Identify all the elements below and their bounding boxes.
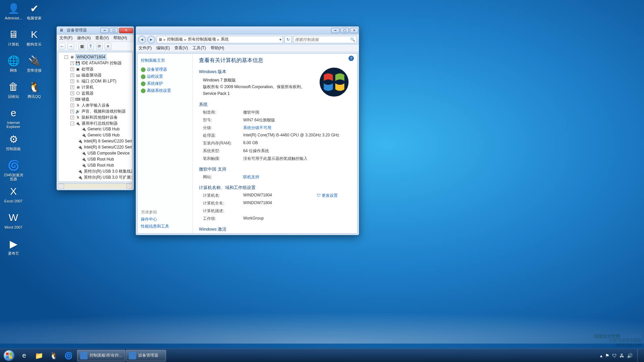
sidebar-link[interactable]: 系统保护 [141, 81, 189, 86]
tree-node-label[interactable]: IDE ATA/ATAPI 控制器 [82, 60, 122, 66]
expand-toggle[interactable]: + [70, 92, 74, 95]
desktop-icon-2345[interactable]: 🌀2345加速浏览器 [3, 158, 23, 184]
breadcrumb-item[interactable]: 控制面板 [167, 37, 183, 42]
help-button[interactable]: ? [87, 43, 94, 50]
tree-node-label[interactable]: 监视器 [82, 90, 94, 96]
scan-button[interactable]: ⟳ [96, 43, 103, 50]
menu-item[interactable]: 文件(F) [59, 35, 72, 41]
show-hidden-button[interactable]: ▦ [78, 43, 85, 50]
tree-node-label[interactable]: 键盘 [82, 97, 90, 102]
menu-item[interactable]: 编辑(E) [156, 45, 170, 51]
see-also-link[interactable]: 操作中心 [141, 217, 189, 222]
tree-node-label[interactable]: 人体学输入设备 [82, 103, 110, 108]
desktop-icon-word[interactable]: WWord 2007 [3, 210, 23, 236]
tree-node-label[interactable]: 鼠标和其他指针设备 [82, 115, 118, 120]
desktop-icon-excel[interactable]: XExcel 2007 [3, 184, 23, 210]
nav-back-button[interactable]: ◄ [138, 36, 146, 44]
property-value[interactable]: 系统分级不可用 [243, 125, 351, 131]
nav-forward-button[interactable]: ► [147, 36, 155, 44]
control-panel-home-link[interactable]: 控制面板主页 [141, 58, 189, 63]
desktop-icon-iqiyi[interactable]: ▶爱奇艺 [3, 237, 23, 262]
tree-leaf-label[interactable]: Generic USB Hub [88, 126, 119, 132]
taskbar-task[interactable]: 控制面板\所有控... [77, 350, 125, 361]
menu-item[interactable]: 操作(A) [77, 35, 91, 41]
expand-toggle[interactable]: + [70, 79, 74, 83]
expand-toggle[interactable]: + [70, 67, 74, 71]
back-button[interactable]: ← [59, 43, 65, 50]
taskbar-task[interactable]: 设备管理器 [126, 350, 166, 361]
tree-leaf-label[interactable]: USB Composite Device [88, 150, 129, 156]
show-desktop-button[interactable] [637, 349, 642, 362]
dm-titlebar[interactable]: 🖥 设备管理器 ━ ▢ ✕ [57, 26, 134, 35]
breadcrumb-item[interactable]: 系统 [221, 37, 229, 42]
tray-shield-icon[interactable]: 🛡 [612, 353, 617, 358]
desktop-icon-recycle[interactable]: 🗑回收站 [3, 80, 23, 105]
close-button[interactable]: ✕ [119, 28, 133, 33]
expand-toggle[interactable]: + [70, 182, 74, 182]
close-button[interactable]: ✕ [350, 28, 358, 33]
minimize-button[interactable]: ━ [100, 28, 109, 33]
expand-toggle[interactable]: + [70, 116, 74, 119]
search-box[interactable]: 🔍 [293, 36, 357, 43]
tree-leaf-label[interactable]: USB Root Hub [88, 163, 114, 168]
expand-toggle[interactable]: + [70, 61, 74, 65]
menu-item[interactable]: 查看(V) [95, 35, 109, 41]
menu-item[interactable]: 帮助(H) [211, 45, 224, 51]
tree-leaf-label[interactable]: Generic USB Hub [88, 132, 119, 138]
help-icon[interactable]: ? [348, 56, 354, 61]
see-also-link[interactable]: 性能信息和工具 [141, 224, 189, 229]
pinned-app[interactable]: 🐧 [46, 350, 61, 361]
pinned-app[interactable]: 📁 [32, 350, 46, 361]
breadcrumb-item[interactable]: 所有控制面板项 [188, 37, 216, 42]
tree-leaf-label[interactable]: Intel(R) 8 Series/C220 Series USB EH [84, 138, 132, 144]
expand-toggle[interactable]: + [70, 104, 74, 107]
menu-item[interactable]: 工具(T) [193, 45, 206, 51]
expand-toggle[interactable]: + [70, 98, 74, 101]
tree-leaf-label[interactable]: Intel(R) 8 Series/C220 Series USB EH [84, 144, 132, 150]
desktop-icon-pcmgr[interactable]: ✔电脑管家 [24, 1, 44, 27]
tree-node-label[interactable]: 磁盘驱动器 [82, 72, 102, 78]
menu-item[interactable]: 帮助(H) [113, 35, 127, 41]
tray-network-icon[interactable]: 🖧 [620, 353, 624, 358]
expand-toggle[interactable]: + [70, 85, 74, 89]
address-bar[interactable]: 🖥 ▸ 控制面板 ▸ 所有控制面板项 ▸ 系统 ▾ [157, 36, 283, 43]
properties-button[interactable]: ≡ [105, 43, 111, 50]
horizontal-scrollbar[interactable] [58, 183, 132, 189]
maximize-button[interactable]: ▢ [340, 28, 349, 33]
expand-toggle[interactable]: + [70, 110, 74, 113]
refresh-button[interactable]: ↻ [284, 36, 292, 43]
desktop-icon-network[interactable]: 🌐网络 [3, 54, 23, 79]
sys-titlebar[interactable]: ━ ▢ ✕ [136, 26, 359, 35]
tree-leaf-label[interactable]: 英特尔(R) USB 3.0 可扩展主机控制器 [84, 175, 132, 180]
expand-toggle[interactable]: - [64, 55, 68, 59]
desktop-icon-ie[interactable]: eInternet Explorer [3, 106, 23, 131]
expand-toggle[interactable]: + [70, 73, 74, 77]
dm-tree-container[interactable]: -🖥WINDOW71804+💾IDE ATA/ATAPI 控制器+▣处理器+🖴磁… [58, 52, 132, 182]
sidebar-link[interactable]: 高级系统设置 [141, 88, 189, 94]
search-input[interactable] [295, 37, 350, 42]
expand-toggle[interactable]: - [70, 122, 74, 125]
pinned-app[interactable]: e [17, 350, 32, 361]
pinned-app[interactable]: 🌀 [61, 350, 76, 361]
menu-item[interactable]: 文件(F) [139, 45, 152, 51]
forward-button[interactable]: → [67, 43, 74, 50]
change-settings-link[interactable]: 🛡 更改设置 [317, 193, 338, 198]
sidebar-link[interactable]: 远程设置 [141, 74, 189, 79]
address-dropdown-icon[interactable]: ▾ [279, 37, 281, 42]
desktop-icon-kugou[interactable]: K酷狗音乐 [24, 27, 44, 53]
tree-node-label[interactable]: 声音、视频和游戏控制器 [82, 109, 126, 114]
menu-item[interactable]: 查看(V) [174, 45, 188, 51]
desktop-icon-computer[interactable]: 🖥计算机 [3, 27, 23, 53]
desktop-icon-broadband[interactable]: 🔌宽带连接 [24, 54, 44, 79]
tree-node-label[interactable]: 端口 (COM 和 LPT) [82, 78, 116, 84]
tree-root-label[interactable]: WINDOW71804 [75, 54, 106, 60]
tray-expand-icon[interactable]: ▴ [600, 353, 602, 358]
tree-node-label[interactable]: 计算机 [82, 84, 94, 90]
sidebar-link[interactable]: 设备管理器 [141, 67, 189, 72]
tree-leaf-label[interactable]: 英特尔(R) USB 3.0 根集线器 [84, 169, 132, 174]
desktop-icon-admin[interactable]: 👤Administ... [3, 1, 23, 27]
tray-volume-icon[interactable]: 🔊 [627, 353, 633, 358]
tray-flag-icon[interactable]: ⚑ [605, 353, 609, 358]
tree-node-label[interactable]: 通用串行总线控制器 [82, 121, 118, 126]
online-support-link[interactable]: 联机支持 [243, 174, 351, 180]
